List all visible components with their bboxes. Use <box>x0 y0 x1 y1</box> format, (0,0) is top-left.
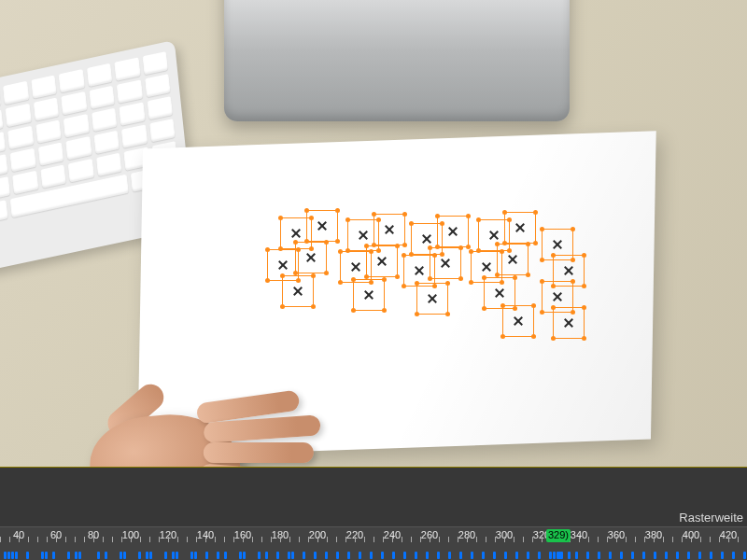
keyframe-marker[interactable] <box>493 552 496 559</box>
keyframe-marker[interactable] <box>314 552 317 559</box>
keyframe-marker[interactable] <box>568 552 571 559</box>
keyframe-marker[interactable] <box>52 552 55 559</box>
keyframe-marker[interactable] <box>575 552 578 559</box>
keyframe-marker[interactable] <box>26 552 29 559</box>
keyframe-marker[interactable] <box>303 552 305 559</box>
keyframe-marker[interactable] <box>676 552 679 559</box>
keyframe-marker[interactable] <box>732 552 735 559</box>
keyframe-marker[interactable] <box>146 552 148 559</box>
keyframe-marker[interactable] <box>515 552 518 559</box>
keyframe-marker[interactable] <box>288 552 290 559</box>
keyframe-marker[interactable] <box>120 552 122 559</box>
keyframe-marker[interactable] <box>105 552 107 559</box>
keyframe-marker[interactable] <box>41 552 44 559</box>
keyframe-marker[interactable] <box>631 552 634 559</box>
keyframe-marker[interactable] <box>123 552 126 559</box>
keyframe-marker[interactable] <box>553 552 556 559</box>
keyframe-marker[interactable] <box>560 552 563 559</box>
keyframe-marker[interactable] <box>437 552 440 559</box>
keyframe-marker[interactable] <box>743 552 746 559</box>
keyframe-marker[interactable] <box>482 552 485 559</box>
keyframe-marker[interactable] <box>538 552 541 559</box>
monitor-stand <box>224 0 570 121</box>
keyframe-marker[interactable] <box>265 552 268 559</box>
keyframe-marker[interactable] <box>415 552 417 559</box>
keyframe-marker[interactable] <box>392 552 395 559</box>
keyframe-marker[interactable] <box>243 552 246 559</box>
keyframe-marker[interactable] <box>549 552 552 559</box>
keyframe-marker[interactable] <box>7 552 10 559</box>
keyframe-marker[interactable] <box>325 552 328 559</box>
timeline-keyframe-band[interactable] <box>0 546 747 560</box>
keyframe-marker[interactable] <box>78 552 81 559</box>
keyframe-marker[interactable] <box>721 552 724 559</box>
keyframe-marker[interactable] <box>164 552 167 559</box>
keyframe-marker[interactable] <box>403 552 406 559</box>
keyframe-marker[interactable] <box>11 552 14 559</box>
keyframe-marker[interactable] <box>504 552 507 559</box>
timeline-ticks: 4060801001201401601802002202402602803003… <box>0 529 747 542</box>
keyframe-marker[interactable] <box>15 552 18 559</box>
keyframe-marker[interactable] <box>698 552 701 559</box>
keyframe-marker[interactable] <box>598 552 600 559</box>
video-viewport[interactable] <box>0 0 747 467</box>
keyframe-marker[interactable] <box>586 552 589 559</box>
keyframe-marker[interactable] <box>459 552 462 559</box>
keyframe-marker[interactable] <box>217 552 219 559</box>
keyframe-marker[interactable] <box>370 552 373 559</box>
keyframe-marker[interactable] <box>176 552 178 559</box>
keyframe-marker[interactable] <box>75 552 78 559</box>
keyframe-marker[interactable] <box>471 552 473 559</box>
keyframe-marker[interactable] <box>347 552 350 559</box>
keyframe-marker[interactable] <box>359 552 361 559</box>
keyframe-marker[interactable] <box>172 552 175 559</box>
keyframe-marker[interactable] <box>291 552 294 559</box>
keyframe-marker[interactable] <box>97 552 100 559</box>
keyframe-marker[interactable] <box>336 552 339 559</box>
keyframe-marker[interactable] <box>448 552 451 559</box>
keyframe-marker[interactable] <box>149 552 152 559</box>
keyframe-marker[interactable] <box>239 552 242 559</box>
timeline-ruler[interactable]: 4060801001201401601802002202402602803003… <box>0 526 747 560</box>
keyframe-marker[interactable] <box>527 552 529 559</box>
keyframe-marker[interactable] <box>381 552 384 559</box>
timeline-panel: Rasterweite 4060801001201401601802002202… <box>0 467 747 560</box>
keyframe-marker[interactable] <box>609 552 612 559</box>
keyframe-marker[interactable] <box>67 552 70 559</box>
keyframe-marker[interactable] <box>620 552 623 559</box>
keyframe-marker[interactable] <box>710 552 712 559</box>
keyframe-marker[interactable] <box>665 552 668 559</box>
grid-width-label: Rasterweite <box>679 511 743 525</box>
keyframe-marker[interactable] <box>205 552 208 559</box>
keyframe-marker[interactable] <box>258 552 261 559</box>
keyframe-marker[interactable] <box>224 552 227 559</box>
keyframe-marker[interactable] <box>642 552 645 559</box>
keyframe-marker[interactable] <box>276 552 279 559</box>
keyframe-marker[interactable] <box>45 552 48 559</box>
keyframe-marker[interactable] <box>138 552 141 559</box>
keyframe-marker[interactable] <box>4 552 7 559</box>
keyframe-marker[interactable] <box>194 552 197 559</box>
keyframe-marker[interactable] <box>687 552 690 559</box>
keyframe-marker[interactable] <box>426 552 429 559</box>
keyframe-marker[interactable] <box>190 552 193 559</box>
keyframe-marker[interactable] <box>654 552 656 559</box>
timeline-playhead[interactable]: 329) <box>546 529 571 542</box>
